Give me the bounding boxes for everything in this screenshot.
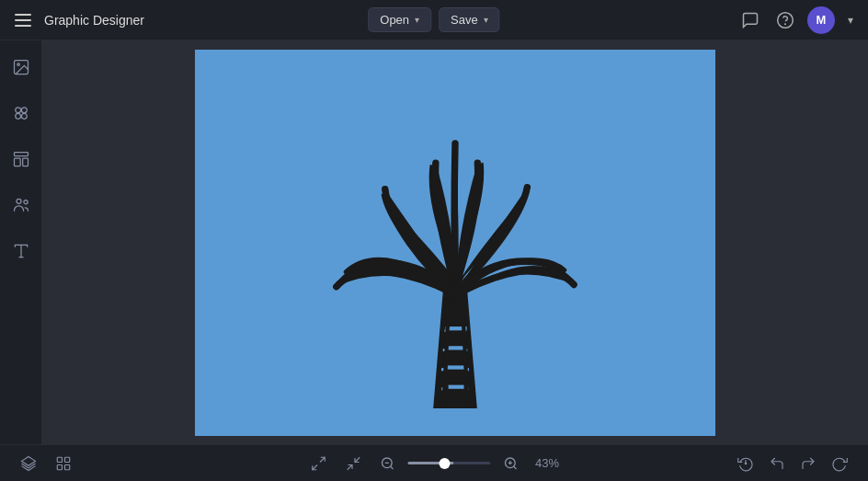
svg-line-33 <box>355 457 360 462</box>
app-title: Graphic Designer <box>44 13 144 28</box>
save-button[interactable]: Save ▾ <box>439 7 500 32</box>
fit-screen-button[interactable] <box>305 452 333 475</box>
svg-line-32 <box>313 464 317 469</box>
svg-point-4 <box>15 108 20 113</box>
zoom-percent: 43% <box>531 456 564 470</box>
svg-point-0 <box>778 12 794 28</box>
zoom-out-button[interactable] <box>375 454 401 473</box>
svg-rect-27 <box>57 457 62 462</box>
bottombar: 43% <box>0 444 868 481</box>
svg-rect-30 <box>65 464 70 469</box>
svg-line-36 <box>391 466 394 469</box>
topbar-center: Open ▾ Save ▾ <box>368 7 499 32</box>
topbar: Graphic Designer Open ▾ Save ▾ M ▾ <box>0 0 868 40</box>
svg-point-6 <box>15 113 20 119</box>
svg-rect-28 <box>65 457 70 462</box>
sidebar-item-layouts[interactable] <box>6 143 37 175</box>
undo-button[interactable] <box>763 452 791 475</box>
svg-rect-10 <box>22 158 28 166</box>
svg-rect-9 <box>14 158 20 166</box>
sidebar-item-elements[interactable] <box>6 97 37 129</box>
user-avatar[interactable]: M <box>807 6 835 34</box>
svg-line-39 <box>514 466 517 469</box>
sidebar <box>0 40 42 444</box>
svg-marker-26 <box>22 456 36 465</box>
chat-icon[interactable] <box>737 7 763 33</box>
svg-point-5 <box>21 108 27 113</box>
zoom-slider-container <box>408 462 491 464</box>
main-area <box>0 40 868 444</box>
save-chevron-icon: ▾ <box>484 15 488 25</box>
zoom-in-button[interactable] <box>498 454 524 473</box>
bottombar-center: 43% <box>305 452 564 475</box>
help-icon[interactable] <box>772 7 798 33</box>
grid-button[interactable] <box>50 452 77 475</box>
canvas-area <box>42 40 868 444</box>
undo-history-button[interactable] <box>732 452 760 475</box>
bottombar-left <box>15 452 77 475</box>
sidebar-item-people[interactable] <box>6 189 37 221</box>
menu-icon[interactable] <box>11 10 35 30</box>
expand-user-menu-icon[interactable]: ▾ <box>844 12 857 29</box>
open-button[interactable]: Open ▾ <box>368 7 431 32</box>
svg-rect-29 <box>57 464 62 469</box>
svg-point-3 <box>17 63 18 66</box>
sidebar-item-text[interactable] <box>6 235 37 267</box>
canvas[interactable] <box>195 50 715 436</box>
open-chevron-icon: ▾ <box>415 15 419 25</box>
palm-tree-graphic <box>299 77 611 408</box>
layers-button[interactable] <box>15 452 42 475</box>
history-button[interactable] <box>826 452 853 475</box>
svg-point-25 <box>451 285 463 297</box>
actual-size-button[interactable] <box>340 452 368 475</box>
svg-point-7 <box>21 113 27 119</box>
topbar-right: M ▾ <box>439 6 857 34</box>
svg-point-12 <box>23 200 27 204</box>
svg-line-34 <box>348 464 352 469</box>
redo-button[interactable] <box>794 452 822 475</box>
bottombar-right <box>732 452 853 475</box>
sidebar-item-images[interactable] <box>6 52 37 83</box>
svg-line-31 <box>320 457 325 462</box>
topbar-left: Graphic Designer <box>11 10 429 30</box>
zoom-slider[interactable] <box>408 462 491 464</box>
svg-point-11 <box>17 199 21 203</box>
svg-rect-8 <box>14 153 28 156</box>
